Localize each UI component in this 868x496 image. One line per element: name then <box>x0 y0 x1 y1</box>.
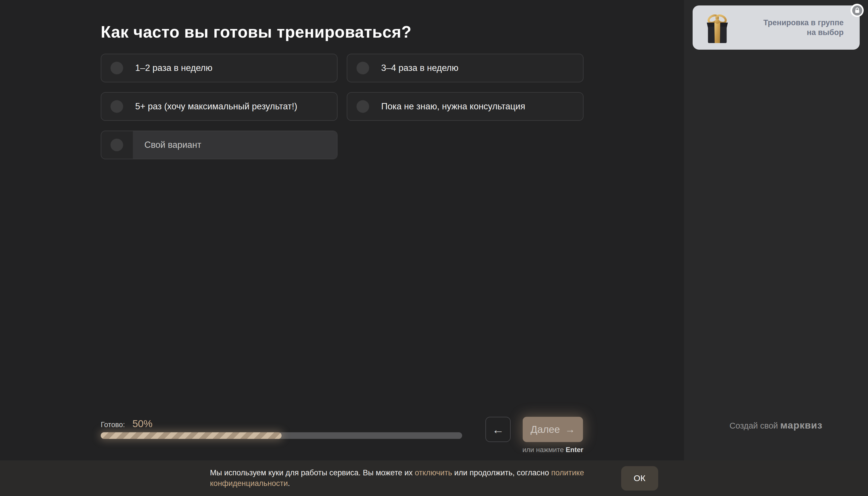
bonus-card[interactable]: Тренировка в группе на выбор <box>693 5 860 50</box>
progress-caption: Готово: 50% <box>101 418 152 430</box>
option-1-2-times[interactable]: 1–2 раза в неделю <box>101 54 338 82</box>
cookie-disable-link[interactable]: отключить <box>415 468 452 477</box>
next-button-label: Далее <box>530 424 560 435</box>
marquiz-branding-link[interactable]: Создай свой марквиз <box>684 420 868 431</box>
option-custom-variant[interactable]: Свой вариант <box>101 130 338 159</box>
enter-hint: или нажмите Enter <box>513 446 593 454</box>
quiz-main-area: Как часто вы готовы тренироваться? 1–2 р… <box>0 0 684 496</box>
branding-prefix: Создай свой <box>730 421 780 430</box>
gift-icon <box>702 12 733 44</box>
progress-bar-fill <box>101 432 282 439</box>
option-label: 5+ раз (хочу максимальный результат!) <box>135 101 297 112</box>
custom-answer-placeholder: Свой вариант <box>144 140 201 150</box>
progress-percent: 50% <box>132 418 152 430</box>
radio-circle-icon[interactable] <box>110 100 123 113</box>
marquiz-logo: марквиз <box>780 420 822 431</box>
bonus-title: Тренировка в группе на выбор <box>733 18 860 37</box>
option-label: 3–4 раза в неделю <box>381 63 459 73</box>
radio-circle-icon[interactable] <box>110 139 123 151</box>
radio-circle-icon[interactable] <box>356 62 369 74</box>
radio-circle-icon[interactable] <box>110 62 123 74</box>
cookie-text-part2: или продолжить, согласно <box>452 468 551 477</box>
arrow-left-icon: ← <box>492 423 504 436</box>
cookie-text-part1: Мы используем куки для работы сервиса. В… <box>210 468 415 477</box>
radio-circle-icon[interactable] <box>356 100 369 113</box>
cookie-banner: Мы используем куки для работы сервиса. В… <box>0 461 868 496</box>
answer-options: 1–2 раза в неделю 3–4 раза в неделю 5+ р… <box>101 54 584 159</box>
question-title: Как часто вы готовы тренироваться? <box>101 22 589 41</box>
cookie-ok-button[interactable]: ОК <box>621 466 658 491</box>
bonus-title-line2: на выбор <box>733 28 843 37</box>
back-button[interactable]: ← <box>485 417 511 442</box>
option-3-4-times[interactable]: 3–4 раза в неделю <box>347 54 584 82</box>
cookie-text: Мы используем куки для работы сервиса. В… <box>210 468 603 489</box>
option-5-plus-times[interactable]: 5+ раз (хочу максимальный результат!) <box>101 92 338 121</box>
next-button[interactable]: Далее → <box>523 417 583 442</box>
enter-key-label: Enter <box>566 446 583 453</box>
enter-hint-text: или нажмите <box>523 446 566 453</box>
lock-icon <box>852 5 862 16</box>
custom-answer-input[interactable]: Свой вариант <box>133 131 337 159</box>
option-label: 1–2 раза в неделю <box>135 63 213 73</box>
progress-bar <box>101 432 462 439</box>
cookie-text-part3: . <box>288 479 290 488</box>
progress-label: Готово: <box>101 420 125 429</box>
custom-radio-zone <box>101 131 133 159</box>
option-need-consultation[interactable]: Пока не знаю, нужна консультация <box>347 92 584 121</box>
option-label: Пока не знаю, нужна консультация <box>381 101 525 112</box>
bonus-sidebar: Тренировка в группе на выбор Создай свой… <box>684 0 868 496</box>
bonus-title-line1: Тренировка в группе <box>733 18 843 28</box>
arrow-right-icon: → <box>565 424 575 435</box>
lock-badge[interactable] <box>851 4 864 17</box>
